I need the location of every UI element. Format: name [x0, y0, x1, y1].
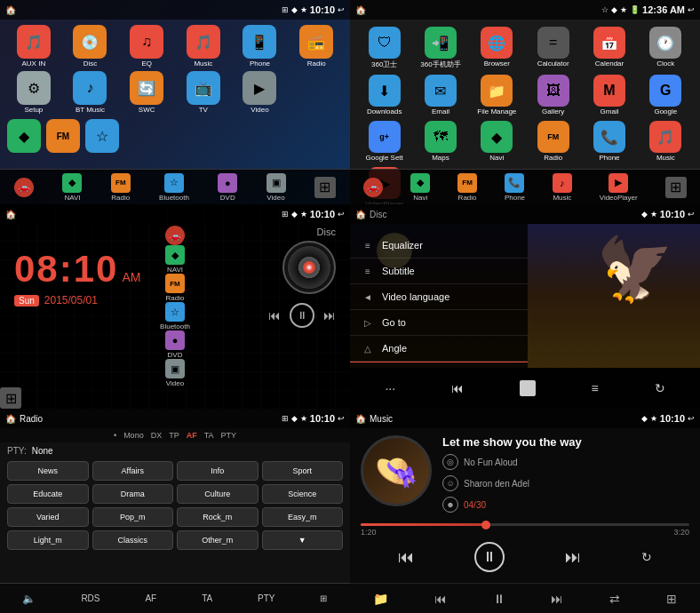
nav-bluetooth[interactable]: ☆ Bluetooth — [159, 173, 189, 202]
menu-angle[interactable]: △ Angle — [350, 336, 528, 362]
app-downloads[interactable]: ⬇ Downloads — [359, 75, 410, 115]
menu-goto[interactable]: ▷ Go to — [350, 310, 528, 336]
btn-info[interactable]: Info — [177, 461, 259, 481]
app-google[interactable]: G Google — [640, 75, 691, 115]
home-icon-p1[interactable]: 🏠 — [5, 5, 16, 15]
btn-other-m[interactable]: Other_m — [177, 530, 259, 550]
btn-science[interactable]: Science — [262, 484, 344, 504]
shuffle-icon[interactable]: ⇄ — [609, 592, 620, 606]
menu-video-language[interactable]: ◄ Video language — [350, 284, 528, 310]
app-phone[interactable]: 📱 Phone — [234, 25, 287, 68]
pty-button[interactable]: PTY — [258, 593, 274, 603]
btn-sport[interactable]: Sport — [262, 461, 344, 481]
grid-view-button[interactable]: ⊞ — [314, 177, 336, 198]
app-radio[interactable]: 📻 Radio — [290, 25, 343, 68]
app-360-assistant[interactable]: 📲 360手机助手 — [415, 27, 465, 69]
btn-varied[interactable]: Varied — [7, 507, 89, 527]
nav-radio-p2[interactable]: FM Radio — [457, 173, 477, 202]
app-gallery[interactable]: 🖼 Gallery — [528, 75, 578, 115]
app-file-manager[interactable]: 📁 File Manage — [472, 75, 522, 115]
btn-educate[interactable]: Educate — [7, 484, 89, 504]
nav-radio-p3[interactable]: FM Radio — [0, 274, 350, 302]
prev-button-p6[interactable]: ⏮ — [398, 548, 414, 567]
list-icon[interactable]: ≡ — [592, 381, 599, 395]
app-navi-p2[interactable]: ◆ Navi — [472, 121, 522, 162]
menu-repeat-ab[interactable]: ↻ Repeat A-B — [350, 362, 528, 368]
nav-dvd-p3[interactable]: ● DVD — [0, 330, 350, 359]
app-radio-p2[interactable]: FM Radio — [528, 121, 578, 162]
nav-navi-p2[interactable]: ◆ Navi — [410, 173, 430, 202]
app-calendar[interactable]: 📅 Calendar — [584, 27, 634, 69]
app-360-weidui[interactable]: 🛡 360卫士 — [359, 27, 410, 69]
app-eq[interactable]: ♫ EQ — [120, 25, 173, 68]
ta-button[interactable]: TA — [202, 593, 212, 603]
app-navi-2[interactable]: ◆ — [7, 119, 41, 153]
nav-video-p3[interactable]: ▣ Video — [0, 359, 350, 387]
btn-culture[interactable]: Culture — [177, 484, 259, 504]
app-phone-p2[interactable]: 📞 Phone — [584, 121, 634, 162]
app-video[interactable]: ▶ Video — [234, 71, 287, 114]
settings-icon-radio[interactable]: ⊞ — [320, 593, 327, 603]
app-bt-2[interactable]: ☆ — [85, 119, 119, 153]
nav-home-p2[interactable]: 🚗 — [363, 178, 383, 197]
app-maps[interactable]: 🗺 Maps — [415, 121, 465, 162]
btn-light-m[interactable]: Light_m — [7, 530, 89, 550]
app-swc[interactable]: 🔄 SWC — [120, 71, 173, 114]
progress-bar-background[interactable] — [361, 523, 689, 526]
btn-pop-m[interactable]: Pop_m — [92, 507, 174, 527]
menu-subtitle[interactable]: ≡ Subtitle — [350, 259, 528, 284]
app-disc[interactable]: 💿 Disc — [64, 25, 117, 68]
repeat-button-p6[interactable]: ↻ — [641, 550, 652, 564]
nav-music-p2[interactable]: ♪ Music — [553, 173, 572, 202]
grid-view-p3[interactable]: ⊞ — [0, 387, 21, 409]
nav-video[interactable]: ▣ Video — [266, 173, 286, 202]
nav-videoplayer-p2[interactable]: ▶ VideoPlayer — [600, 173, 638, 202]
nav-dvd[interactable]: ● DVD — [218, 173, 237, 202]
nav-radio[interactable]: FM Radio — [111, 173, 131, 202]
app-clock[interactable]: 🕐 Clock — [640, 27, 691, 69]
nav-navi[interactable]: ◆ NAVI — [62, 173, 82, 202]
app-gmail[interactable]: M Gmail — [584, 75, 634, 115]
app-setup[interactable]: ⚙ Setup — [7, 71, 60, 114]
af-button[interactable]: AF — [145, 593, 156, 603]
app-music-p2[interactable]: 🎵 Music — [640, 121, 691, 162]
btn-drama[interactable]: Drama — [92, 484, 174, 504]
nav-navi-p3[interactable]: ◆ NAVI — [0, 245, 350, 274]
home-icon-p2[interactable]: 🏠 — [355, 5, 366, 15]
next-icon-bar[interactable]: ⏭ — [551, 592, 563, 606]
grid-view-button-p2[interactable]: ⊞ — [665, 177, 687, 198]
app-aux-in[interactable]: 🎵 AUX IN — [7, 25, 60, 68]
volume-icon[interactable]: 🔈 — [22, 593, 36, 605]
folder-icon[interactable]: 📁 — [373, 592, 388, 606]
list-icon-bar[interactable]: ⊞ — [666, 592, 677, 606]
app-google-settings[interactable]: g+ Google Sett — [359, 121, 410, 162]
app-email[interactable]: ✉ Email — [415, 75, 465, 115]
menu-icon-ctrl[interactable]: ··· — [385, 381, 395, 395]
prev-icon-bar[interactable]: ⏮ — [434, 592, 447, 606]
play-icon-bar[interactable]: ⏸ — [493, 592, 505, 606]
home-icon-p3[interactable]: 🏠 — [5, 210, 16, 219]
nav-bt-p3[interactable]: ☆ Bluetooth — [0, 302, 350, 330]
app-music[interactable]: 🎵 Music — [177, 25, 230, 68]
rds-button[interactable]: RDS — [81, 593, 99, 603]
btn-news[interactable]: News — [7, 461, 89, 481]
nav-home-p3[interactable]: 🚗 — [0, 226, 350, 245]
stop-button[interactable] — [520, 380, 536, 396]
btn-easy-m[interactable]: Easy_m — [262, 507, 344, 527]
app-bt-music[interactable]: ♪ BT Music — [64, 71, 117, 114]
app-fm-2[interactable]: FM — [46, 119, 80, 153]
app-browser[interactable]: 🌐 Browser — [472, 27, 522, 69]
btn-classics[interactable]: Classics — [92, 530, 174, 550]
btn-affairs[interactable]: Affairs — [92, 461, 174, 481]
btn-rock-m[interactable]: Rock_m — [177, 507, 259, 527]
nav-home-p1[interactable]: 🚗 — [14, 178, 34, 197]
next-button-p6[interactable]: ⏭ — [565, 548, 581, 567]
menu-equalizer[interactable]: ≡ Equalizer — [350, 233, 528, 259]
app-calculator[interactable]: = Calculator — [528, 27, 578, 69]
btn-scroll-down[interactable]: ▼ — [262, 530, 344, 550]
play-pause-button-p6[interactable]: ⏸ — [474, 542, 505, 572]
rewind-icon[interactable]: ⏮ — [451, 381, 464, 395]
app-tv[interactable]: 📺 TV — [177, 71, 230, 114]
repeat-icon-ctrl[interactable]: ↻ — [655, 381, 665, 395]
nav-phone-p2[interactable]: 📞 Phone — [505, 173, 525, 202]
